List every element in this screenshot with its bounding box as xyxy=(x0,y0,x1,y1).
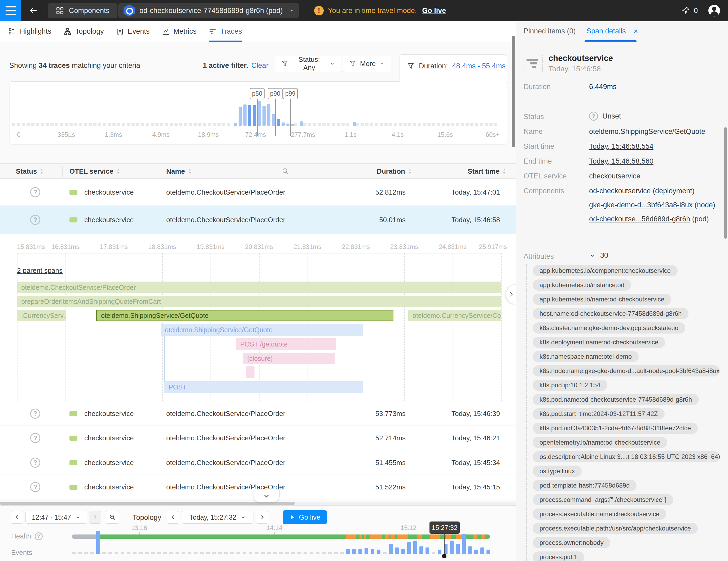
more-filters-label: More xyxy=(360,60,376,68)
timeline-marker-handle[interactable] xyxy=(442,554,446,558)
tab-metrics[interactable]: Metrics xyxy=(162,21,196,42)
timeline-marker-line[interactable] xyxy=(444,534,445,556)
attributes-label: Attributes xyxy=(524,252,554,261)
horizontal-scrollbar-thumb[interactable] xyxy=(0,502,295,505)
arrow-left-icon xyxy=(29,6,38,15)
tab-events[interactable]: Events xyxy=(116,21,150,42)
table-row[interactable]: ?checkoutserviceoteldemo.CheckoutService… xyxy=(0,179,516,206)
time-back-button[interactable] xyxy=(167,511,179,524)
table-row[interactable]: ?checkoutserviceoteldemo.CheckoutService… xyxy=(0,401,516,426)
histogram-baseline-square xyxy=(437,123,440,126)
histogram-baseline-square xyxy=(174,123,178,126)
horizontal-scrollbar[interactable] xyxy=(0,502,516,505)
service-color-swatch xyxy=(69,190,77,195)
close-span-details-icon[interactable]: × xyxy=(634,27,638,36)
table-row[interactable]: ?checkoutserviceoteldemo.CheckoutService… xyxy=(0,450,516,475)
event-bar xyxy=(426,547,429,554)
name-search-icon[interactable] xyxy=(282,164,290,179)
table-row[interactable]: ?checkoutserviceoteldemo.CheckoutService… xyxy=(0,206,516,234)
waterfall-span[interactable]: .CurrencyServ... xyxy=(17,310,66,321)
histogram-baseline-square xyxy=(65,123,68,126)
tab-traces[interactable]: Traces xyxy=(209,21,242,42)
event-bar xyxy=(401,549,405,554)
column-header-otel-service[interactable]: OTEL service xyxy=(69,164,121,179)
tab-pinned-items[interactable]: Pinned items (0) xyxy=(524,27,576,35)
waterfall-span[interactable] xyxy=(246,366,255,378)
waterfall-gridline xyxy=(453,253,453,401)
duration-cell: 51.455ms xyxy=(375,459,406,467)
histogram-baseline-square xyxy=(198,123,201,126)
health-bar-segment xyxy=(481,534,485,539)
histogram-bar xyxy=(272,114,275,126)
histogram-baseline-square xyxy=(404,123,407,126)
clear-filters-link[interactable]: Clear xyxy=(251,62,269,69)
attribute-chip: k8s.namespace.name:otel-demo xyxy=(533,351,639,362)
health-help-icon[interactable]: ? xyxy=(35,532,43,540)
column-header-start-time[interactable]: Start time xyxy=(468,164,507,179)
range-forward-button[interactable] xyxy=(89,511,101,524)
zoom-out-button[interactable] xyxy=(106,511,119,524)
component-link-node[interactable]: gke-gke-demo-d...3bf643a8-i8ux (node) xyxy=(589,201,715,209)
attributes-toggle[interactable]: 30 xyxy=(589,251,608,260)
panel-scrollbar-thumb[interactable] xyxy=(724,127,727,239)
health-bar-segment xyxy=(385,534,389,539)
waterfall-span[interactable]: POST /getquote xyxy=(236,338,336,350)
waterfall-span[interactable]: {closure} xyxy=(243,353,335,364)
pod-selector-value: od-checkoutservice-77458d689d-g8r6h (pod… xyxy=(139,7,284,15)
waterfall-span[interactable]: POST xyxy=(164,381,363,393)
column-header-duration[interactable]: Duration xyxy=(377,164,413,179)
more-filters-button[interactable]: More xyxy=(343,55,391,72)
duration-filter[interactable]: Duration: 48.4ms - 55.4ms xyxy=(400,54,507,82)
column-header-name[interactable]: Name xyxy=(166,164,192,179)
user-avatar[interactable] xyxy=(708,5,720,16)
histogram-bar xyxy=(248,105,251,126)
back-button[interactable] xyxy=(29,6,38,15)
health-bar-segment xyxy=(382,534,385,539)
start-time-cell: Today, 15:45:34 xyxy=(451,459,500,467)
component-link-pod[interactable]: od-checkoutse...58d689d-g8r6h (pod) xyxy=(589,215,709,223)
menu-icon[interactable] xyxy=(0,0,21,21)
time-range-dropdown[interactable]: 12:47 - 15:47 xyxy=(25,511,87,524)
histogram-baseline-square xyxy=(427,123,431,126)
waterfall-span[interactable]: oteldemo.ShippingService/GetQuote xyxy=(96,310,393,321)
grid-icon xyxy=(56,6,64,15)
table-row[interactable]: ?checkoutserviceoteldemo.CheckoutService… xyxy=(0,426,516,450)
start-time-value[interactable]: Today, 15:46:58.554 xyxy=(589,142,654,151)
histogram-baseline-square xyxy=(122,123,125,126)
range-back-button[interactable] xyxy=(11,511,23,524)
status-filter-button[interactable]: Status: Any xyxy=(275,55,341,72)
vertical-scrollbar-thumb[interactable] xyxy=(512,36,515,147)
histogram-baseline-square xyxy=(79,123,82,126)
component-link-deployment[interactable]: od-checkoutservice (deployment) xyxy=(589,187,695,195)
histogram-baseline-square xyxy=(313,123,316,126)
waterfall-span[interactable]: oteldemo.CheckoutService/PlaceOrder xyxy=(17,282,501,293)
waterfall-axis-label: 18.831ms xyxy=(148,243,176,251)
go-live-link[interactable]: Go live xyxy=(422,7,446,15)
expand-results-button[interactable] xyxy=(253,490,280,502)
waterfall-axis-label: 22.831ms xyxy=(342,243,370,251)
event-bar xyxy=(371,549,374,554)
time-forward-button[interactable] xyxy=(256,511,268,524)
components-button[interactable]: Components xyxy=(48,3,117,18)
parent-spans-link[interactable]: 2 parent spans xyxy=(17,266,63,275)
waterfall-span[interactable]: oteldemo.ShippingService/GetQuote xyxy=(161,324,363,336)
tab-highlights[interactable]: Highlights xyxy=(8,21,51,42)
health-bar-segment xyxy=(366,534,370,539)
timestamp-dropdown[interactable]: Today, 15:27:32 xyxy=(182,511,253,524)
waterfall-span[interactable]: oteldemo.CurrencyService/Co xyxy=(408,310,501,321)
duration-histogram[interactable]: 0335µs1.3ms4.9ms18.9ms72.4ms277.7ms1.1s4… xyxy=(10,81,507,144)
go-live-button[interactable]: Go live xyxy=(283,510,327,524)
histogram-baseline-square xyxy=(361,123,364,126)
health-bar-segment xyxy=(440,534,446,539)
column-header-status[interactable]: Status xyxy=(16,164,44,179)
pin-icon[interactable] xyxy=(681,6,690,15)
end-time-value[interactable]: Today, 15:46:58.560 xyxy=(589,157,654,165)
histogram-baseline-square xyxy=(375,123,378,126)
event-bar xyxy=(456,544,460,554)
waterfall-span[interactable]: prepareOrderItemsAndShippingQuoteFromCar… xyxy=(17,296,501,307)
tab-topology[interactable]: Topology xyxy=(64,21,104,42)
pod-selector[interactable]: od-checkoutservice-77458d689d-g8r6h (pod… xyxy=(118,3,299,18)
percentile-marker-label: p99 xyxy=(283,88,298,99)
tab-span-details[interactable]: Span details xyxy=(586,27,626,35)
pod-selector-caret[interactable] xyxy=(284,3,299,18)
